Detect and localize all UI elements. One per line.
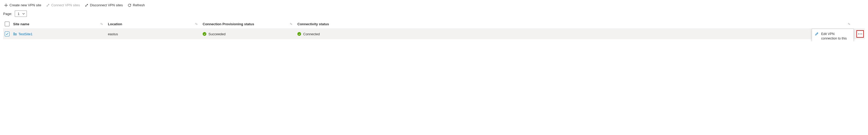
row-checkbox[interactable]: [5, 32, 9, 36]
svg-point-2: [858, 34, 859, 34]
menu-edit-label: Edit VPN connection to this hub: [821, 32, 850, 41]
check-icon: [5, 32, 9, 36]
column-header-site[interactable]: Site name: [13, 22, 108, 26]
sort-icon: [847, 22, 850, 26]
table-header: Site name Location Connection Provisioni…: [3, 20, 865, 29]
connectivity-status: Connected: [298, 32, 320, 36]
column-header-location[interactable]: Location: [108, 22, 203, 26]
page-current: 1: [18, 12, 20, 16]
svg-rect-1: [15, 34, 17, 35]
menu-edit-connection[interactable]: Edit VPN connection to this hub: [812, 30, 854, 41]
edit-icon: [815, 32, 818, 36]
site-name: TestSite1: [19, 32, 32, 36]
paging-row: Page: 1: [3, 9, 865, 20]
chevron-down-icon: [22, 12, 25, 15]
svg-point-4: [861, 34, 862, 34]
provisioning-text: Succeeded: [209, 32, 225, 36]
plus-icon: [4, 3, 8, 7]
refresh-label: Refresh: [133, 3, 145, 7]
column-location-label: Location: [108, 22, 122, 26]
site-icon: [13, 32, 17, 36]
ellipsis-icon: [858, 33, 862, 34]
disconnect-label: Disconnect VPN sites: [90, 3, 123, 7]
connectivity-text: Connected: [303, 32, 320, 36]
disconnect-vpn-sites-button[interactable]: Disconnect VPN sites: [84, 2, 124, 8]
success-icon: [298, 32, 301, 36]
page-select[interactable]: 1: [15, 10, 27, 17]
site-link[interactable]: TestSite1: [13, 32, 32, 36]
svg-rect-0: [14, 33, 15, 35]
column-provisioning-label: Connection Provisioning status: [203, 22, 254, 26]
table-row[interactable]: TestSite1 eastus Succeeded Connected: [3, 29, 865, 39]
location-value: eastus: [108, 32, 118, 36]
sort-icon: [100, 22, 103, 26]
column-header-connectivity[interactable]: Connectivity status: [298, 22, 856, 26]
toolbar: Create new VPN site Connect VPN sites Di…: [3, 2, 865, 9]
sort-icon: [289, 22, 293, 26]
sort-icon: [195, 22, 198, 26]
column-header-provisioning[interactable]: Connection Provisioning status: [203, 22, 298, 26]
create-vpn-site-button[interactable]: Create new VPN site: [3, 2, 42, 8]
svg-point-3: [860, 34, 861, 34]
row-context-menu: Edit VPN connection to this hub Delete V…: [812, 29, 854, 41]
refresh-button[interactable]: Refresh: [127, 2, 146, 8]
connect-icon: [46, 3, 50, 7]
connect-label: Connect VPN sites: [51, 3, 80, 7]
refresh-icon: [128, 3, 131, 7]
disconnect-icon: [85, 3, 88, 7]
column-connectivity-label: Connectivity status: [298, 22, 329, 26]
create-label: Create new VPN site: [9, 3, 41, 7]
row-more-button[interactable]: [857, 30, 864, 38]
vpn-sites-table: Site name Location Connection Provisioni…: [3, 20, 865, 39]
column-site-label: Site name: [13, 22, 29, 26]
provisioning-status: Succeeded: [203, 32, 225, 36]
success-icon: [203, 32, 206, 36]
page-label: Page:: [3, 12, 12, 16]
select-all-checkbox[interactable]: [5, 22, 9, 26]
connect-vpn-sites-button[interactable]: Connect VPN sites: [45, 2, 81, 8]
